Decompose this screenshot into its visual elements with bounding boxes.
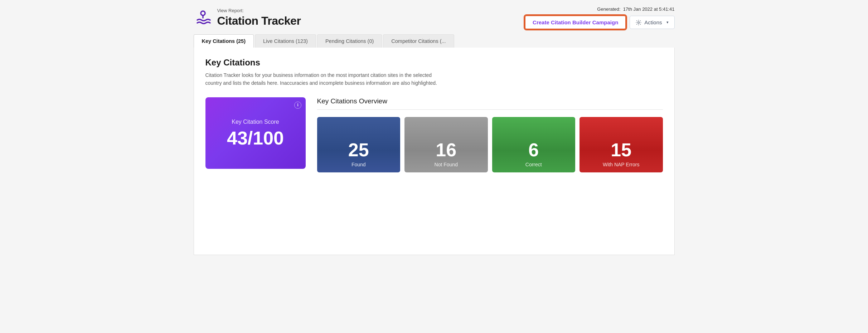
stat-card-found[interactable]: 25 Found xyxy=(317,117,401,172)
stat-card-not-found[interactable]: 16 Not Found xyxy=(404,117,488,172)
tabs-bar: Key Citations (25) Live Citations (123) … xyxy=(184,34,685,48)
tab-key-citations[interactable]: Key Citations (25) xyxy=(194,34,254,48)
generated-label: Generated: xyxy=(597,6,620,12)
stat-correct-number: 6 xyxy=(528,140,539,160)
overview-panel-title: Key Citations Overview xyxy=(317,97,663,110)
actions-label: Actions xyxy=(644,19,662,25)
chevron-down-icon: ▾ xyxy=(666,20,669,25)
header-left: View Report: Citation Tracker xyxy=(194,8,301,28)
actions-button[interactable]: Actions ▾ xyxy=(630,16,674,29)
header-actions: Create Citation Builder Campaign Actions… xyxy=(525,15,674,29)
tab-competitor-citations[interactable]: Competitor Citations (... xyxy=(383,34,454,48)
generated-value: 17th Jan 2022 at 5:41:41 xyxy=(623,6,675,12)
svg-point-0 xyxy=(201,11,205,15)
stat-correct-label: Correct xyxy=(525,162,542,167)
score-card-label: Key Citation Score xyxy=(232,119,279,125)
section-title: Key Citations xyxy=(205,58,663,68)
logo-icon xyxy=(194,9,212,27)
overview-row: ℹ Key Citation Score 43/100 Key Citation… xyxy=(205,97,663,172)
stat-found-number: 25 xyxy=(348,140,369,160)
view-report-label: View Report: xyxy=(217,8,301,14)
score-card-value: 43/100 xyxy=(227,129,284,147)
stats-row: 25 Found 16 Not Found 6 Correct 15 With … xyxy=(317,117,663,172)
stat-card-correct[interactable]: 6 Correct xyxy=(492,117,576,172)
header: View Report: Citation Tracker Generated:… xyxy=(184,0,685,34)
stat-nap-number: 15 xyxy=(611,140,631,160)
header-right: Generated: 17th Jan 2022 at 5:41:41 Crea… xyxy=(525,6,674,29)
stat-found-label: Found xyxy=(351,162,366,167)
gear-icon xyxy=(636,20,641,25)
page-wrapper: View Report: Citation Tracker Generated:… xyxy=(184,0,685,255)
stat-not-found-label: Not Found xyxy=(435,162,458,167)
stat-card-nap-errors[interactable]: 15 With NAP Errors xyxy=(580,117,663,172)
create-campaign-button[interactable]: Create Citation Builder Campaign xyxy=(525,15,626,29)
score-card: ℹ Key Citation Score 43/100 xyxy=(205,97,306,169)
score-info-icon[interactable]: ℹ xyxy=(294,102,301,109)
main-content: Key Citations Citation Tracker looks for… xyxy=(194,48,675,255)
tab-pending-citations[interactable]: Pending Citations (0) xyxy=(317,34,382,48)
generated-text: Generated: 17th Jan 2022 at 5:41:41 xyxy=(597,6,674,12)
page-title: Citation Tracker xyxy=(217,14,301,28)
tab-live-citations[interactable]: Live Citations (123) xyxy=(255,34,316,48)
stat-nap-label: With NAP Errors xyxy=(603,162,639,167)
stat-not-found-number: 16 xyxy=(436,140,456,160)
overview-panel: Key Citations Overview 25 Found 16 Not F… xyxy=(317,97,663,172)
header-title-group: View Report: Citation Tracker xyxy=(217,8,301,28)
section-desc: Citation Tracker looks for your business… xyxy=(205,71,449,87)
